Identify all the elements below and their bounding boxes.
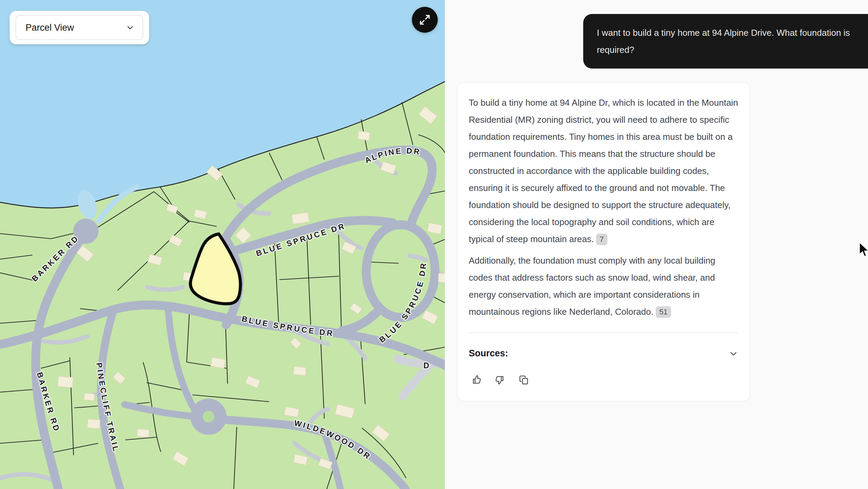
- chevron-down-icon: [126, 23, 135, 32]
- copy-icon: [518, 374, 530, 386]
- map-view-selector-card: Parcel View: [10, 11, 149, 44]
- answer-paragraph-2-text: Additionally, the foundation must comply…: [469, 255, 715, 317]
- answer-paragraph-1: To build a tiny home at 94 Alpine Dr, wh…: [469, 94, 739, 248]
- copy-button[interactable]: [516, 372, 531, 387]
- wildewood-cul-de-sac-island: [203, 411, 214, 423]
- user-message-text: I want to build a tiny home at 94 Alpine…: [597, 28, 850, 55]
- answer-paragraph-2: Additionally, the foundation must comply…: [469, 252, 739, 320]
- answer-actions: [469, 372, 739, 387]
- app-root: ALPINE DR BLUE SPRUCE DR BLUE SPRUCE DR …: [0, 0, 868, 489]
- citation-badge-7[interactable]: 7: [596, 234, 607, 245]
- answer-paragraph-1-text: To build a tiny home at 94 Alpine Dr, wh…: [469, 98, 738, 244]
- sources-toggle[interactable]: Sources:: [469, 348, 739, 359]
- map-view-select[interactable]: Parcel View: [16, 15, 143, 40]
- expand-arrows-icon: [418, 13, 431, 26]
- citation-badge-51[interactable]: 51: [656, 306, 671, 318]
- chat-panel: I want to build a tiny home at 94 Alpine…: [445, 0, 868, 489]
- card-divider: [469, 332, 739, 333]
- expand-map-button[interactable]: [412, 7, 438, 33]
- thumbs-up-icon: [470, 374, 482, 386]
- road-label-partial-d: D: [423, 361, 431, 370]
- sources-label: Sources:: [469, 348, 508, 359]
- thumbs-down-button[interactable]: [493, 372, 508, 387]
- map-view-select-label: Parcel View: [26, 23, 74, 33]
- parcel-map[interactable]: ALPINE DR BLUE SPRUCE DR BLUE SPRUCE DR …: [0, 0, 445, 489]
- thumbs-down-icon: [494, 374, 506, 386]
- assistant-answer-card: To build a tiny home at 94 Alpine Dr, wh…: [457, 82, 750, 401]
- map-panel: ALPINE DR BLUE SPRUCE DR BLUE SPRUCE DR …: [0, 0, 445, 489]
- chevron-down-icon[interactable]: [728, 349, 739, 359]
- user-message-bubble: I want to build a tiny home at 94 Alpine…: [583, 14, 868, 69]
- thumbs-up-button[interactable]: [469, 372, 484, 387]
